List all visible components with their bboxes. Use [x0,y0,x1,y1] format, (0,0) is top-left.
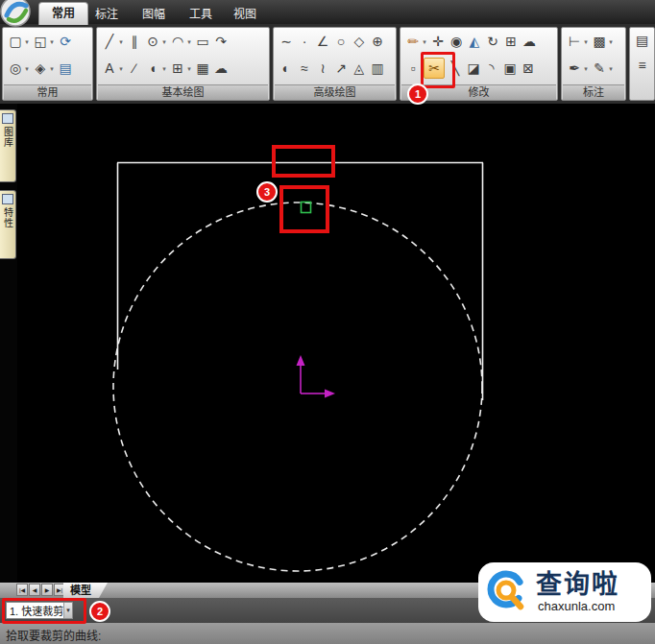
dropdown-caret-icon[interactable]: ▾ [161,65,167,72]
mirror-icon[interactable]: ◭ [467,35,482,48]
refresh-icon[interactable]: ⟳ [58,35,73,48]
first-page-button[interactable]: |◀ [16,584,28,596]
sidebar-tab-properties[interactable]: 特性 [0,190,16,259]
group-label: 基本绘图 [98,84,268,100]
fillet-icon[interactable]: ◝ [484,61,499,75]
hatch-icon[interactable]: ▦ [195,61,210,75]
watermark-domain: chaxunla.com [538,599,619,613]
pan-icon[interactable]: ◈ [33,61,48,75]
annotation-box-rect-edge [274,147,333,176]
revolve-icon[interactable]: ◐ [279,61,294,75]
dropdown-caret-icon[interactable]: ▾ [583,38,589,45]
ellipse2-icon[interactable]: ○ [333,35,349,48]
dropdown-caret-icon[interactable]: ▾ [422,38,427,45]
coord-dim-icon[interactable]: ✒ [567,61,582,75]
properties-icon [2,194,13,204]
command-value: 1. 快速裁剪 [7,603,63,618]
combo-caret-icon[interactable]: ▾ [63,603,72,618]
zigzag-line-icon[interactable]: ≀ [315,61,330,75]
ellipse-icon[interactable]: ◖ [145,61,160,75]
dropdown-caret-icon[interactable]: ▾ [186,65,192,72]
parallel-line-icon[interactable]: ∥ [127,35,142,48]
dropdown-caret-icon[interactable]: ▾ [118,65,124,72]
section-line-icon[interactable]: ∕ [127,61,142,75]
dropdown-caret-icon[interactable]: ▾ [608,38,614,45]
arc-icon[interactable]: ◠ [170,35,185,48]
chamfer-icon[interactable]: ◪ [466,61,481,75]
polyline-icon[interactable]: ↷ [213,35,229,48]
dropdown-caret-icon[interactable]: ▾ [161,38,167,45]
contour-icon[interactable]: ◬ [352,61,367,75]
array-icon[interactable]: ⊞ [503,35,519,48]
angle-line-icon[interactable]: ∠ [315,35,330,48]
sidebar-tab-label: 图库 [1,127,15,148]
copy-icon[interactable]: ◱ [33,35,48,48]
display-icon[interactable]: ▤ [58,61,73,75]
rectangle-icon[interactable]: ▭ [195,35,210,48]
model-tab[interactable]: 模型 [63,583,108,598]
chaxunla-logo-icon [486,569,532,615]
dropdown-caret-icon[interactable]: ▾ [49,65,55,72]
cloud-icon[interactable]: ☁ [213,61,229,75]
copy-entity-icon[interactable]: ◉ [449,35,464,48]
ribbon-group-common: ▢▾◱▾⟳ ◎▾◈▾▤ 常用 [2,27,93,101]
trim-icon[interactable]: ✂ [424,58,445,79]
symbol-icon[interactable]: ⊕ [370,35,385,48]
dropdown-caret-icon[interactable]: ▾ [186,38,192,45]
point-icon[interactable]: · [297,35,312,48]
insert-icon[interactable]: ▥ [370,61,385,75]
extend-icon[interactable]: ╲ [448,61,463,75]
watermark-title: 查询啦 [536,571,619,598]
tab-annotate[interactable]: 标注 [95,5,118,21]
dropdown-caret-icon[interactable]: ▾ [24,65,30,72]
offset-icon[interactable]: ☁ [522,35,537,48]
circle-icon[interactable]: ⊙ [145,35,160,48]
circle-entity [113,203,482,571]
group-label: 常用 [4,84,91,100]
sheet-icon[interactable]: ▤ [635,34,650,47]
wave-line-icon[interactable]: ≈ [297,61,312,75]
dim-edit-icon[interactable]: ✎ [592,61,607,75]
dropdown-caret-icon[interactable]: ▾ [608,65,614,72]
sidebar-tab-label: 特性 [1,207,15,228]
ribbon-group-basic-draw: ╱▾∥⊙▾◠▾▭↷ A▾∕◖▾⊞▾▦☁ 基本绘图 [96,27,270,101]
new-doc-icon[interactable]: ▢ [8,35,23,48]
drawing-canvas[interactable] [17,104,655,583]
dropdown-caret-icon[interactable]: ▾ [24,38,30,45]
watermark: 查询啦 chaxunla.com [478,562,651,622]
tab-tools[interactable]: 工具 [189,5,212,21]
polygon-icon[interactable]: ◇ [352,35,367,48]
ucs-axes-icon [297,355,336,398]
step-2-badge: 2 [89,601,110,622]
group-label: 标注 [563,84,624,100]
rotate-icon[interactable]: ↻ [485,35,500,48]
tab-sheet[interactable]: 图幅 [142,5,165,21]
dimension-icon[interactable]: ⊞ [170,61,185,75]
spline-icon[interactable]: ∼ [279,35,294,48]
sheet-nav-buttons: |◀◀▶▶| [16,584,65,596]
step-1-badge: 1 [407,83,428,105]
line-icon[interactable]: ╱ [102,35,117,48]
linear-dim-icon[interactable]: ⊢ [567,35,582,48]
dropdown-caret-icon[interactable]: ▾ [583,65,589,72]
next-page-button[interactable]: ▶ [41,584,53,596]
move-icon[interactable]: ✛ [430,35,446,48]
dropdown-caret-icon[interactable]: ▾ [49,38,55,45]
explode-icon[interactable]: ⊠ [521,61,536,75]
text-icon[interactable]: A [102,61,117,75]
leader-arrow-icon[interactable]: ↗ [333,61,349,75]
tab-view[interactable]: 视图 [233,5,256,21]
tab-home[interactable]: 常用 [38,2,88,25]
zoom-icon[interactable]: ◎ [8,61,23,75]
sidebar-tab-library[interactable]: 图库 [0,109,16,182]
left-sidebar: 图库 特性 [0,104,17,583]
command-combo[interactable]: 1. 快速裁剪 ▾ [6,602,73,619]
app-logo-icon[interactable] [0,0,33,29]
prev-page-button[interactable]: ◀ [29,584,40,596]
tolerance-icon[interactable]: ▩ [592,35,607,48]
layers-icon[interactable]: ≡ [635,59,650,72]
dropdown-caret-icon[interactable]: ▾ [118,38,124,45]
stretch-icon[interactable]: ▫ [405,61,421,75]
erase-icon[interactable]: ✏ [405,35,421,48]
block-icon[interactable]: ▣ [502,61,518,75]
